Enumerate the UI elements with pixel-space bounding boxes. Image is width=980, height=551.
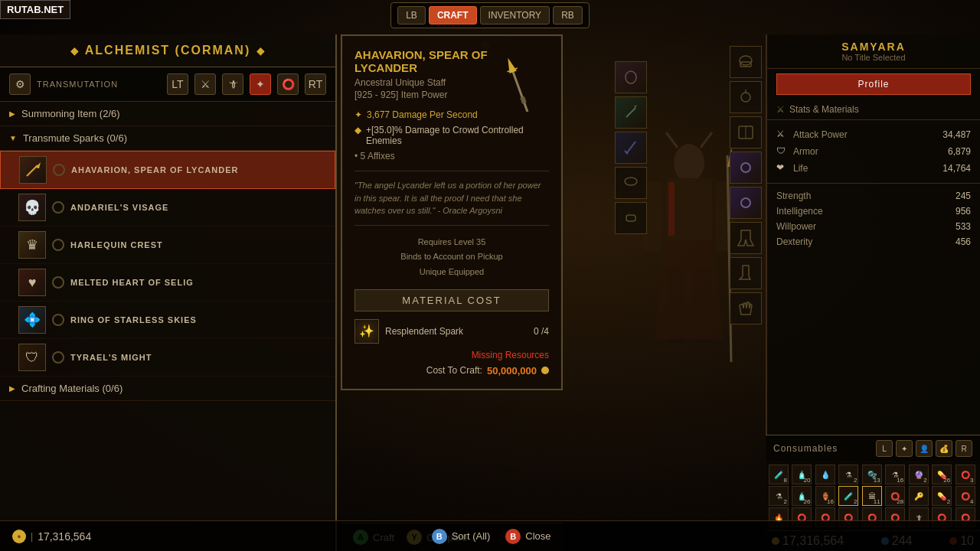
item-harlequin[interactable]: ♛ HARLEQUIN CREST: [0, 227, 335, 264]
settings-icon-btn[interactable]: ⚙: [9, 73, 31, 95]
consumable-slot-8[interactable]: 💊26: [932, 465, 952, 484]
profile-button[interactable]: Profile: [776, 73, 971, 95]
req-bind: Binds to Account on Pickup: [354, 249, 549, 265]
svg-line-26: [626, 108, 635, 117]
item-name-melted: MELTED HEART OF SELIG: [70, 278, 194, 287]
consumable-slot-11[interactable]: 🧴26: [792, 486, 812, 506]
alchemist-title: ALCHEMIST (CORMAN): [85, 44, 250, 57]
consumables-bag-btn[interactable]: 💰: [936, 440, 952, 457]
svg-marker-1: [35, 162, 41, 168]
consumable-slot-12[interactable]: 🏺16: [815, 486, 835, 506]
stats-materials-label: Stats & Materials: [789, 104, 859, 115]
item-melted[interactable]: ♥ MELTED HEART OF SELIG: [0, 264, 335, 302]
equip-slot-chest[interactable]: [730, 116, 762, 148]
consumable-slot-4[interactable]: ⚗2: [838, 465, 858, 484]
close-action[interactable]: B Close: [505, 529, 550, 544]
material-count: 0 /4: [534, 326, 549, 337]
consumable-slot-18[interactable]: ⭕4: [956, 486, 975, 506]
consumable-slot-2[interactable]: 🧴20: [792, 465, 812, 484]
item-andariel[interactable]: 💀 ANDARIEL'S VISAGE: [0, 189, 335, 227]
filter-btn3[interactable]: ✦: [250, 73, 271, 95]
nav-rb[interactable]: RB: [553, 6, 583, 24]
category-transmute[interactable]: ▼ Transmute Sparks (0/6): [0, 126, 335, 151]
filter-btn1[interactable]: ⚔: [194, 73, 216, 95]
item-ring[interactable]: 💠 RING OF STARLESS SKIES: [0, 302, 335, 339]
item-circle-andariel: [52, 201, 64, 214]
consumable-slot-5[interactable]: 🫧13: [862, 465, 882, 484]
consumable-slot-3[interactable]: 💧: [815, 465, 835, 484]
filter-btn4[interactable]: ⭕: [277, 73, 299, 95]
nav-inventory[interactable]: INVENTORY: [480, 6, 550, 24]
diamond-right-icon: ◆: [256, 44, 265, 57]
nav-lb[interactable]: LB: [397, 6, 426, 24]
item-circle-harlequin: [52, 239, 64, 251]
equip-slot-pants[interactable]: [730, 222, 762, 254]
left-equip-slots: [615, 61, 647, 234]
lt-btn[interactable]: LT: [167, 73, 188, 95]
equip-slot-ring1[interactable]: [730, 152, 762, 184]
sort-action[interactable]: B Sort (All): [432, 529, 491, 544]
svg-point-24: [741, 198, 750, 207]
item-icon-ring: 💠: [18, 306, 46, 334]
material-row: ✨ Resplendent Spark 0 /4: [354, 319, 549, 344]
consumable-slot-13[interactable]: 🧪2: [838, 486, 858, 506]
consumable-slot-10[interactable]: ⚗2: [769, 486, 789, 506]
consumable-slot-16[interactable]: 🔑: [909, 486, 929, 506]
rt-btn[interactable]: RT: [305, 73, 326, 95]
item-ahavarion[interactable]: AHAVARION, SPEAR OF LYCANDER: [0, 151, 335, 189]
item-detail-type: Ancestral Unique Staff: [354, 77, 495, 88]
item-detail-panel: AHAVARION, SPEAR OF LYCANDER Ancestral U…: [341, 34, 563, 390]
equip-slot-ring2[interactable]: [730, 187, 762, 219]
item-name-ring: RING OF STARLESS SKIES: [70, 315, 197, 324]
equip-slot-amulet[interactable]: [730, 81, 762, 113]
item-tyrael[interactable]: 🛡 TYRAEL'S MIGHT: [0, 339, 335, 377]
consumable-slot-15[interactable]: ⭕28: [885, 486, 905, 506]
consumables-header: Consumables L ✦ 👤 💰 R: [766, 435, 980, 461]
arrow-right-icon: ▶: [9, 109, 15, 118]
equip-slot-helm[interactable]: [730, 46, 762, 78]
b-close-icon: B: [505, 529, 521, 544]
alchemist-header: ◆ ALCHEMIST (CORMAN) ◆: [0, 34, 335, 67]
strength-label: Strength: [776, 191, 811, 201]
item-circle-melted: [52, 276, 64, 289]
item-circle-ring: [52, 314, 64, 326]
consumable-slot-9[interactable]: ⭕3: [956, 465, 975, 484]
consumable-slot-6[interactable]: ⚗16: [885, 465, 905, 484]
bottom-center-actions: B Sort (All) B Close: [432, 529, 551, 544]
consumable-slot-17[interactable]: 💊2: [932, 486, 952, 506]
consumables-filter-btn[interactable]: ✦: [896, 440, 913, 457]
life-icon: ❤: [776, 162, 789, 174]
transmutation-label: TRANSMUTATION: [37, 80, 161, 89]
stat-dps-text: 3,677 Damage Per Second: [367, 109, 478, 120]
equip-slot-shoulders[interactable]: [615, 167, 647, 199]
close-label: Close: [525, 530, 550, 542]
equip-slot-weapon[interactable]: [615, 96, 647, 129]
stats-materials-button[interactable]: ⚔ Stats & Materials: [767, 99, 980, 120]
filter-btn2[interactable]: 🗡: [222, 73, 243, 95]
svg-point-19: [741, 93, 750, 102]
character-combat-stats: ⚔ Attack Power 34,487 🛡 Armor 6,879 ❤ Li…: [767, 120, 980, 184]
consumable-slot-1[interactable]: 🧪8: [769, 465, 789, 484]
material-cost-header: MATERIAL COST: [354, 289, 549, 311]
stat-attack-power: ⚔ Attack Power 34,487: [776, 126, 971, 143]
equip-slot-boots[interactable]: [730, 257, 762, 289]
consumables-lt-btn[interactable]: L: [876, 440, 893, 457]
consumable-slot-7[interactable]: 🔮2: [909, 465, 929, 484]
category-summoning[interactable]: ▶ Summoning Item (2/6): [0, 102, 335, 126]
armor-icon: 🛡: [776, 145, 789, 158]
equip-slot-gloves[interactable]: [730, 292, 762, 324]
equip-slot-offhand2[interactable]: [615, 132, 647, 164]
consumables-rt-btn[interactable]: R: [956, 440, 972, 457]
consumable-slot-14[interactable]: 🏛11: [862, 486, 882, 506]
item-name-andariel: ANDARIEL'S VISAGE: [70, 203, 168, 212]
equip-slot-wrists[interactable]: [615, 202, 647, 234]
dexterity-label: Dexterity: [776, 236, 812, 247]
category-crafting[interactable]: ▶ Crafting Materials (0/6): [0, 377, 335, 401]
consumables-label: Consumables: [773, 443, 838, 454]
stats-icon: ⚔: [776, 104, 785, 115]
stat-armor: 🛡 Armor 6,879: [776, 143, 971, 160]
dexterity-value: 456: [956, 236, 971, 247]
nav-craft[interactable]: CRAFT: [429, 6, 477, 24]
equip-slot-offhand[interactable]: [615, 61, 647, 93]
consumables-char-btn[interactable]: 👤: [916, 440, 933, 457]
